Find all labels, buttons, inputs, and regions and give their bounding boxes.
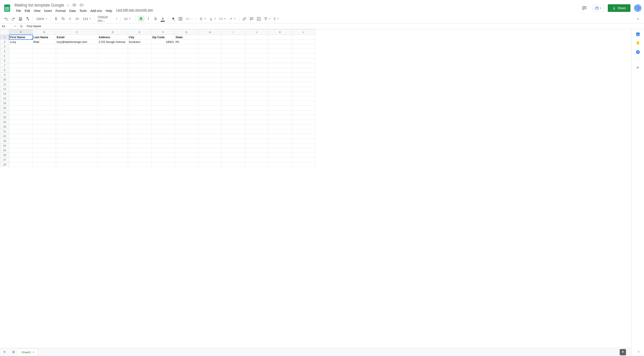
cell[interactable] xyxy=(222,134,245,139)
cell[interactable] xyxy=(175,63,198,68)
cell[interactable] xyxy=(292,39,315,44)
cell[interactable] xyxy=(128,106,152,110)
cell[interactable] xyxy=(9,73,33,77)
cell[interactable] xyxy=(292,106,315,110)
cell[interactable] xyxy=(98,58,128,63)
zoom-select[interactable]: 100%▼ xyxy=(35,17,49,21)
cell[interactable] xyxy=(98,44,128,49)
cell[interactable] xyxy=(292,139,315,143)
cell[interactable] xyxy=(128,129,152,134)
cell[interactable] xyxy=(33,139,56,143)
cell[interactable] xyxy=(268,87,292,91)
cell[interactable] xyxy=(98,125,128,129)
cell[interactable] xyxy=(292,96,315,101)
insert-comment-button[interactable] xyxy=(248,16,255,22)
cell[interactable] xyxy=(175,68,198,73)
cell[interactable] xyxy=(175,148,198,153)
cell[interactable] xyxy=(56,58,98,63)
row-header[interactable]: 2 xyxy=(0,39,9,44)
all-sheets-button[interactable]: ≡ xyxy=(9,348,18,356)
cell[interactable] xyxy=(175,101,198,106)
cell[interactable] xyxy=(9,134,33,139)
cell[interactable] xyxy=(175,106,198,110)
cell[interactable] xyxy=(198,129,222,134)
cell[interactable] xyxy=(198,91,222,96)
cell[interactable] xyxy=(175,139,198,143)
column-header[interactable]: J xyxy=(245,29,268,35)
print-button[interactable] xyxy=(17,16,24,22)
cell[interactable] xyxy=(245,63,268,68)
cell[interactable] xyxy=(292,143,315,148)
row-header[interactable]: 27 xyxy=(0,158,9,162)
row-header[interactable]: 1 xyxy=(0,35,9,39)
cell[interactable] xyxy=(9,110,33,115)
cell[interactable] xyxy=(175,58,198,63)
cell[interactable] xyxy=(175,153,198,158)
cell[interactable] xyxy=(98,77,128,82)
increase-decimal-button[interactable]: .00→ xyxy=(74,16,81,22)
cell[interactable] xyxy=(98,158,128,162)
cell[interactable] xyxy=(152,129,175,134)
cell[interactable] xyxy=(222,120,245,125)
cell[interactable] xyxy=(175,73,198,77)
cell[interactable]: Zip Code xyxy=(152,35,175,39)
insert-link-button[interactable] xyxy=(241,16,248,22)
insert-chart-button[interactable] xyxy=(256,16,262,22)
cell[interactable] xyxy=(198,68,222,73)
cell[interactable] xyxy=(9,162,33,167)
cell[interactable] xyxy=(245,115,268,120)
cell[interactable] xyxy=(222,87,245,91)
cell[interactable] xyxy=(9,106,33,110)
cell[interactable] xyxy=(56,87,98,91)
cell[interactable] xyxy=(222,54,245,58)
cell[interactable] xyxy=(245,143,268,148)
menu-view[interactable]: View xyxy=(32,8,42,13)
cell[interactable] xyxy=(175,82,198,87)
cell[interactable] xyxy=(222,143,245,148)
cell[interactable] xyxy=(9,87,33,91)
column-header[interactable]: K xyxy=(268,29,292,35)
cell[interactable] xyxy=(245,96,268,101)
cell[interactable] xyxy=(33,68,56,73)
cell[interactable] xyxy=(198,49,222,54)
cell[interactable] xyxy=(128,162,152,167)
cell[interactable] xyxy=(198,148,222,153)
cell[interactable] xyxy=(222,139,245,143)
cell[interactable] xyxy=(128,44,152,49)
cell[interactable] xyxy=(33,115,56,120)
cell[interactable] xyxy=(33,73,56,77)
cell[interactable] xyxy=(245,153,268,158)
cell[interactable] xyxy=(268,106,292,110)
cell[interactable] xyxy=(152,73,175,77)
cell[interactable] xyxy=(56,125,98,129)
cell[interactable] xyxy=(152,82,175,87)
column-header[interactable]: L xyxy=(292,29,315,35)
cell[interactable] xyxy=(175,49,198,54)
cell[interactable] xyxy=(292,125,315,129)
cell[interactable] xyxy=(245,139,268,143)
cell[interactable] xyxy=(198,139,222,143)
cell[interactable] xyxy=(152,63,175,68)
cell[interactable] xyxy=(128,139,152,143)
cell[interactable] xyxy=(268,115,292,120)
column-header[interactable]: B xyxy=(33,29,56,35)
cell[interactable] xyxy=(268,63,292,68)
percent-button[interactable]: % xyxy=(60,16,66,22)
cell[interactable] xyxy=(292,91,315,96)
cell[interactable] xyxy=(9,91,33,96)
cell[interactable] xyxy=(33,110,56,115)
row-header[interactable]: 11 xyxy=(0,82,9,87)
column-header[interactable]: H xyxy=(198,29,222,35)
cell[interactable] xyxy=(152,44,175,49)
cell[interactable] xyxy=(222,129,245,134)
cell[interactable] xyxy=(98,73,128,77)
cell[interactable] xyxy=(245,101,268,106)
cell[interactable] xyxy=(128,125,152,129)
cell[interactable] xyxy=(152,134,175,139)
cell[interactable] xyxy=(222,162,245,167)
cell[interactable] xyxy=(33,158,56,162)
cell[interactable] xyxy=(56,153,98,158)
cell[interactable] xyxy=(268,129,292,134)
cell[interactable] xyxy=(268,68,292,73)
cell[interactable] xyxy=(198,39,222,44)
